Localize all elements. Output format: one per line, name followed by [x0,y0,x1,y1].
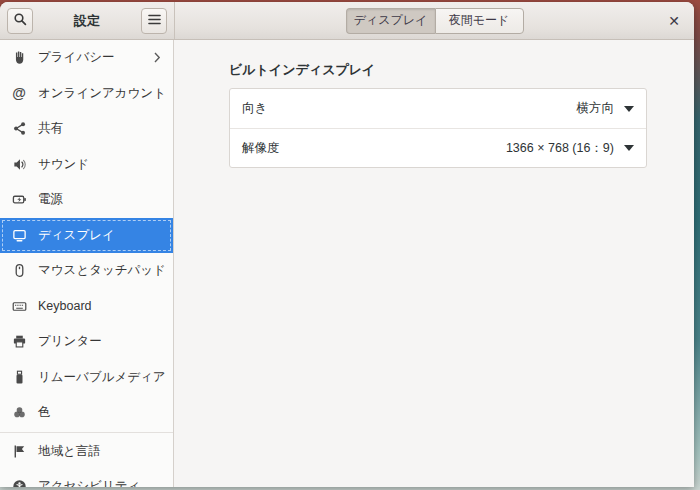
sidebar-item-label: 地域と言語 [38,443,161,460]
hand-icon [11,50,27,66]
sidebar-item-removable-media[interactable]: リムーバブルメディア [0,360,173,396]
flag-icon [11,443,27,459]
sidebar-item-label: リムーバブルメディア [38,369,166,386]
main-content: ビルトインディスプレイ 向き 横方向 解像度 [174,40,694,487]
sidebar-item-accessibility[interactable]: アクセシビリティ [0,469,173,487]
headerbar: 設定 ディスプレイ 夜間モード ✕ [0,2,694,40]
at-icon: @ [11,85,27,101]
section-title: ビルトインディスプレイ [229,61,694,79]
sidebar-item-region-language[interactable]: 地域と言語 [0,434,173,470]
hamburger-menu-icon [148,13,161,28]
orientation-label: 向き [242,100,267,117]
sidebar: プライバシー @ オンラインアカウント 共有 [0,40,174,487]
sidebar-item-printers[interactable]: プリンター [0,324,173,360]
close-icon: ✕ [668,13,680,29]
search-icon [13,12,27,29]
view-switcher: ディスプレイ 夜間モード [346,8,524,34]
sidebar-item-power[interactable]: 電源 [0,182,173,218]
orientation-value: 横方向 [577,100,615,117]
share-icon [11,121,27,137]
usb-drive-icon [11,369,27,385]
tab-night-mode[interactable]: 夜間モード [435,8,524,34]
battery-icon [11,192,27,208]
sidebar-item-label: Keyboard [38,299,161,313]
menu-button[interactable] [141,8,167,34]
window-body: プライバシー @ オンラインアカウント 共有 [0,40,694,487]
resolution-value: 1366 × 768 (16：9) [506,140,614,157]
keyboard-icon [11,298,27,314]
sidebar-item-color[interactable]: 色 [0,395,173,431]
sidebar-item-label: プリンター [38,333,161,350]
sidebar-item-label: ディスプレイ [38,227,161,244]
sidebar-item-label: 色 [38,404,161,421]
mouse-icon [11,263,27,279]
color-circles-icon [11,405,27,421]
orientation-row[interactable]: 向き 横方向 [230,89,646,128]
settings-window: 設定 ディスプレイ 夜間モード ✕ [0,2,694,487]
sidebar-item-label: サウンド [38,156,161,173]
resolution-label: 解像度 [242,140,280,157]
sidebar-item-label: アクセシビリティ [38,478,161,487]
sidebar-item-display[interactable]: ディスプレイ [0,218,173,254]
sidebar-separator [0,432,173,433]
headerbar-sidebar-section: 設定 [0,2,174,39]
display-icon [11,227,27,243]
dropdown-arrow-icon [624,145,634,151]
search-button[interactable] [7,8,33,34]
sidebar-item-label: マウスとタッチパッド [38,262,166,279]
dropdown-arrow-icon [624,106,634,112]
sidebar-item-sharing[interactable]: 共有 [0,111,173,147]
sidebar-item-label: 電源 [38,191,161,208]
close-button[interactable]: ✕ [662,9,686,33]
tab-display[interactable]: ディスプレイ [346,8,435,34]
sidebar-item-label: 共有 [38,120,161,137]
speaker-icon [11,156,27,172]
chevron-right-icon [154,52,161,63]
sidebar-item-online-accounts[interactable]: @ オンラインアカウント [0,76,173,112]
resolution-row[interactable]: 解像度 1366 × 768 (16：9) [230,128,646,167]
printer-icon [11,334,27,350]
display-settings-card: 向き 横方向 解像度 1366 × 768 (16：9) [229,88,647,168]
sidebar-item-label: プライバシー [38,49,143,66]
sidebar-item-privacy[interactable]: プライバシー [0,40,173,76]
sidebar-item-label: オンラインアカウント [38,85,166,102]
desktop-background: 設定 ディスプレイ 夜間モード ✕ [0,0,700,490]
sidebar-item-keyboard[interactable]: Keyboard [0,289,173,325]
accessibility-icon [11,479,27,487]
headerbar-main-section: ディスプレイ 夜間モード ✕ [175,2,694,39]
sidebar-item-sound[interactable]: サウンド [0,147,173,183]
sidebar-item-mouse-touchpad[interactable]: マウスとタッチパッド [0,253,173,289]
window-title: 設定 [33,12,141,30]
